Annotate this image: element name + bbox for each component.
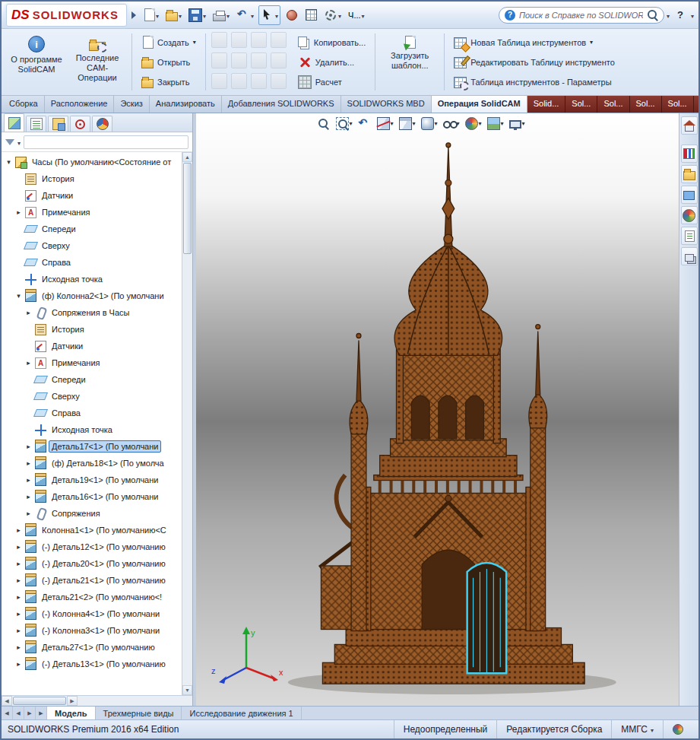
select-dropdown-icon[interactable] bbox=[275, 11, 278, 20]
ribbon-file-button[interactable]: Открыть bbox=[138, 52, 200, 72]
expand-arrow-icon[interactable]: ▸ bbox=[14, 627, 23, 634]
displaymanager-tab[interactable] bbox=[92, 116, 112, 132]
view-palette-button[interactable] bbox=[681, 186, 698, 204]
tree-item[interactable]: ▾ Часы (По умолчанию<Состояние от bbox=[2, 154, 182, 170]
search-scope-icon[interactable] bbox=[505, 10, 515, 21]
tree-item[interactable]: ▾ (ф) Колонна2<1> (По умолчани bbox=[2, 287, 182, 304]
expand-arrow-icon[interactable]: ▸ bbox=[24, 510, 33, 517]
undo-dropdown-icon[interactable] bbox=[251, 11, 254, 20]
dropdown-arrow-icon[interactable]: ▾ bbox=[501, 120, 504, 127]
tree-item[interactable]: ▸ (ф) Деталь18<1> (По умолча bbox=[2, 455, 182, 472]
tree-item[interactable]: Исходная точка bbox=[2, 271, 182, 287]
expand-arrow-icon[interactable]: ▸ bbox=[24, 359, 33, 367]
tree-item[interactable]: ▸ Колонна1<1> (По умолчанию<С bbox=[2, 522, 182, 538]
dropdown-arrow-icon[interactable]: ▾ bbox=[479, 120, 482, 127]
status-icon-area[interactable] bbox=[663, 720, 692, 738]
ribbon-tab[interactable]: Сборка bbox=[3, 96, 45, 113]
previous-view-button[interactable] bbox=[358, 117, 372, 130]
dropdown-arrow-icon[interactable]: ▾ bbox=[350, 120, 353, 127]
expand-arrow-icon[interactable]: ▸ bbox=[24, 493, 33, 500]
extra-dropdown-icon[interactable] bbox=[362, 11, 365, 20]
tree-item[interactable]: История bbox=[2, 321, 182, 338]
expand-arrow-icon[interactable]: ▸ bbox=[24, 459, 33, 467]
units-selector[interactable]: ММГС bbox=[611, 720, 663, 738]
document-tab[interactable]: Исследование движения 1 bbox=[182, 707, 301, 719]
select-tool-button[interactable] bbox=[258, 5, 280, 25]
tree-vertical-scrollbar[interactable]: ▲ ▼ bbox=[182, 152, 192, 695]
edit-appearance-button[interactable]: ▾ bbox=[465, 117, 482, 130]
table-view-button[interactable] bbox=[303, 5, 319, 25]
ribbon-file-button[interactable]: Создать ▾ bbox=[138, 33, 200, 52]
display-style-button[interactable]: ▾ bbox=[421, 117, 438, 130]
expand-arrow-icon[interactable]: ▸ bbox=[24, 476, 33, 484]
tab-scroll-prev-icon[interactable]: ◀ bbox=[13, 707, 24, 719]
tree-item[interactable]: Справа bbox=[2, 254, 182, 271]
ribbon-edit-button[interactable]: Расчет bbox=[294, 72, 369, 92]
print-dropdown-icon[interactable] bbox=[226, 11, 230, 20]
save-button[interactable] bbox=[186, 5, 208, 25]
open-dropdown-icon[interactable] bbox=[179, 11, 182, 20]
scrollbar-thumb[interactable] bbox=[13, 697, 66, 705]
tree-item[interactable]: Спереди bbox=[2, 371, 182, 388]
scrollbar-thumb[interactable] bbox=[183, 163, 192, 254]
ribbon-tab[interactable]: Sol... bbox=[565, 96, 597, 113]
expand-arrow-icon[interactable]: ▸ bbox=[24, 443, 33, 450]
appearances-button[interactable] bbox=[681, 206, 698, 224]
tree-horizontal-scrollbar[interactable]: ◀ ▶ bbox=[2, 695, 192, 706]
tree-item[interactable]: ▸ Деталь17<1> (По умолчани bbox=[2, 438, 182, 455]
filter-input[interactable] bbox=[24, 135, 188, 149]
tab-scroll-next-icon[interactable]: ▶ bbox=[24, 707, 36, 719]
featuremanager-tab[interactable] bbox=[4, 113, 24, 132]
ribbon-tab[interactable]: Операция SolidCAM bbox=[432, 96, 527, 113]
tree-item[interactable]: Датчики bbox=[2, 338, 182, 354]
view-orientation-button[interactable]: ▾ bbox=[399, 117, 416, 130]
ribbon-tab[interactable]: Solid... bbox=[527, 96, 566, 113]
tree-item[interactable]: Сверху bbox=[2, 237, 182, 254]
search-icon[interactable] bbox=[646, 8, 659, 21]
expand-arrow-icon[interactable]: ▸ bbox=[14, 560, 23, 567]
document-tab[interactable]: Модель bbox=[47, 707, 96, 719]
propertymanager-tab[interactable] bbox=[26, 116, 46, 132]
tree-item[interactable]: ▸ Сопряжения bbox=[2, 505, 182, 522]
ribbon-tab[interactable]: SOLIDWORKS MBD bbox=[341, 96, 432, 113]
filter-funnel-icon[interactable] bbox=[5, 139, 14, 145]
tree-item[interactable]: ▸ Деталь21<2> (По умолчанию<! bbox=[2, 589, 182, 605]
ribbon-tool-table-button[interactable]: Новая Таблица инструментов ▾ bbox=[450, 33, 672, 52]
ribbon-tab[interactable]: Добавления SOLIDWORKS bbox=[222, 96, 341, 113]
tree-item[interactable]: Датчики bbox=[2, 187, 182, 204]
tree-item[interactable]: ▸ (-) Колонна3<1> (По умолчани bbox=[2, 622, 182, 639]
toolbar-expand-icon[interactable] bbox=[131, 11, 136, 19]
ribbon-edit-button[interactable]: Копировать... bbox=[294, 33, 369, 52]
custom-properties-button[interactable] bbox=[681, 227, 698, 245]
help-dropdown-icon[interactable] bbox=[691, 11, 694, 20]
ribbon-tab[interactable]: Sol... bbox=[662, 96, 694, 113]
tree-item[interactable]: Справа bbox=[2, 405, 182, 421]
scroll-right-icon[interactable]: ▶ bbox=[67, 696, 78, 706]
forum-button[interactable] bbox=[681, 247, 698, 265]
view-settings-button[interactable]: ▾ bbox=[509, 119, 525, 129]
options-dropdown-icon[interactable] bbox=[338, 11, 341, 20]
configurationmanager-tab[interactable] bbox=[48, 116, 68, 132]
dimxpert-tab[interactable] bbox=[70, 116, 90, 132]
tree-item[interactable]: ▸ (-) Колонна4<1> (По умолчани bbox=[2, 605, 182, 622]
recent-cam-operations-button[interactable]: Последние CAM-Операции bbox=[68, 32, 126, 87]
search-input[interactable] bbox=[519, 11, 643, 20]
ribbon-tool-table-button[interactable]: Таблица инструментов - Параметры bbox=[450, 72, 672, 92]
zoom-fit-button[interactable] bbox=[317, 117, 331, 130]
expand-arrow-icon[interactable]: ▸ bbox=[14, 526, 23, 534]
ribbon-tab[interactable]: Sol... bbox=[694, 96, 700, 113]
tree-item[interactable]: ▸ (-) Деталь20<1> (По умолчанию bbox=[2, 555, 182, 572]
tree-item[interactable]: ▸ Деталь19<1> (По умолчани bbox=[2, 472, 182, 488]
ribbon-tab[interactable]: Эскиз bbox=[114, 96, 149, 113]
expand-arrow-icon[interactable]: ▸ bbox=[14, 660, 23, 668]
tree-item[interactable]: ▸ Деталь16<1> (По умолчани bbox=[2, 488, 182, 505]
expand-arrow-icon[interactable]: ▸ bbox=[14, 543, 23, 551]
file-explorer-button[interactable] bbox=[681, 165, 698, 183]
graphics-viewport[interactable]: ▾ ▾ ▾ ▾ ▾ bbox=[196, 113, 679, 706]
expand-arrow-icon[interactable]: ▾ bbox=[14, 292, 23, 300]
options-button[interactable] bbox=[321, 5, 344, 25]
units-dropdown-icon[interactable] bbox=[651, 724, 654, 735]
apply-scene-button[interactable]: ▾ bbox=[487, 117, 504, 130]
search-dropdown-icon[interactable] bbox=[667, 11, 670, 20]
hide-show-items-button[interactable]: ▾ bbox=[443, 117, 460, 130]
